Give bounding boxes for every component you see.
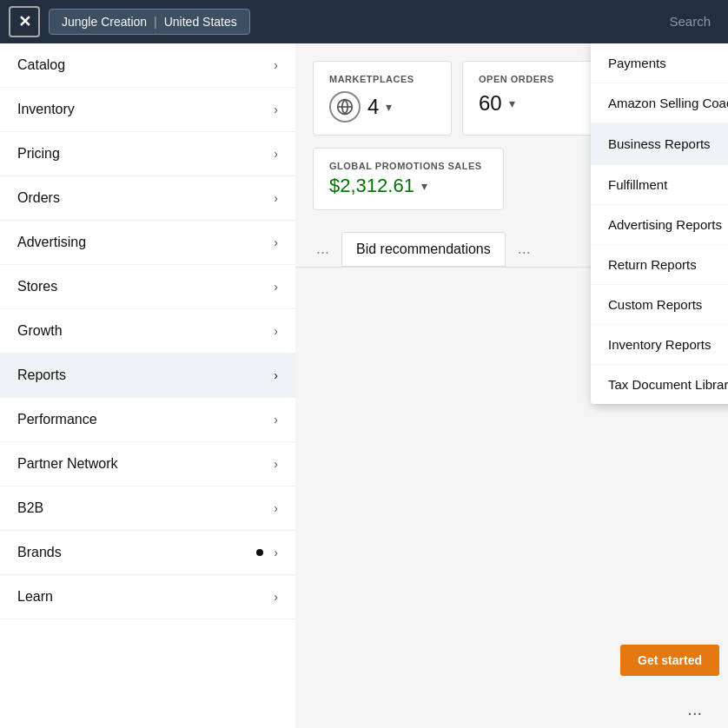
open-orders-label: OPEN ORDERS: [479, 74, 585, 84]
bid-recommendations-tab[interactable]: Bid recommendations: [341, 232, 506, 267]
submenu-item-business-reports[interactable]: Business Reports 🔖: [591, 123, 728, 165]
sidebar: Catalog › Inventory › Pricing › Orders ›…: [0, 43, 295, 728]
submenu-item-inventory-reports[interactable]: Inventory Reports: [591, 325, 728, 365]
sidebar-label-advertising: Advertising: [17, 235, 86, 250]
sidebar-label-orders: Orders: [17, 190, 60, 206]
sidebar-label-inventory: Inventory: [17, 102, 75, 117]
store-selector[interactable]: Jungle Creation | United States: [49, 9, 250, 35]
sidebar-item-orders[interactable]: Orders ›: [0, 176, 295, 221]
open-orders-dropdown[interactable]: ▾: [509, 96, 515, 110]
sidebar-item-stores[interactable]: Stores ›: [0, 265, 295, 309]
business-reports-label: Business Reports: [608, 136, 711, 151]
return-reports-label: Return Reports: [608, 257, 697, 272]
bid-rec-label: Bid recommendations: [356, 242, 491, 256]
sidebar-label-reports: Reports: [17, 367, 66, 383]
sidebar-item-pricing[interactable]: Pricing ›: [0, 132, 295, 176]
sidebar-label-learn: Learn: [17, 589, 53, 605]
sidebar-item-advertising[interactable]: Advertising ›: [0, 221, 295, 265]
global-promotions-dropdown[interactable]: ▾: [421, 179, 427, 193]
global-promotions-widget: GLOBAL PROMOTIONS SALES $2,312.61 ▾: [313, 148, 504, 210]
main-layout: Catalog › Inventory › Pricing › Orders ›…: [0, 43, 728, 728]
sidebar-label-partner-network: Partner Network: [17, 456, 118, 472]
get-started-button[interactable]: Get started: [620, 645, 719, 676]
sidebar-label-growth: Growth: [17, 323, 63, 339]
sidebar-label-stores: Stores: [17, 279, 57, 295]
chevron-right-icon: ›: [274, 546, 278, 559]
chevron-right-icon: ›: [274, 103, 278, 116]
separator: |: [154, 15, 157, 29]
custom-reports-label: Custom Reports: [608, 297, 702, 312]
submenu-item-payments[interactable]: Payments: [591, 43, 728, 83]
chevron-right-icon: ›: [274, 457, 278, 471]
chevron-right-icon: ›: [274, 368, 278, 382]
reports-submenu: Payments Amazon Selling Coach Business R…: [591, 43, 728, 404]
chevron-right-icon: ›: [274, 324, 278, 338]
sidebar-item-catalog[interactable]: Catalog ›: [0, 43, 295, 88]
submenu-item-fulfillment[interactable]: Fulfillment: [591, 165, 728, 205]
sidebar-item-growth[interactable]: Growth ›: [0, 309, 295, 354]
sidebar-item-partner-network[interactable]: Partner Network ›: [0, 442, 295, 486]
sidebar-item-b2b[interactable]: B2B ›: [0, 486, 295, 531]
sidebar-label-pricing: Pricing: [17, 146, 60, 162]
chevron-right-icon: ›: [274, 58, 278, 72]
global-promotions-label: GLOBAL PROMOTIONS SALES: [329, 161, 487, 171]
global-promotions-value: $2,312.61: [329, 175, 414, 197]
advertising-reports-label: Advertising Reports ↗: [608, 217, 728, 232]
close-button[interactable]: ✕: [9, 6, 40, 37]
marketplaces-value: 4: [367, 95, 379, 119]
sidebar-label-brands: Brands: [17, 545, 62, 560]
sidebar-label-catalog: Catalog: [17, 57, 65, 73]
search-placeholder: Search: [669, 14, 711, 29]
tabs-more-left[interactable]: ...: [304, 231, 341, 267]
amazon-selling-coach-label: Amazon Selling Coach: [608, 96, 728, 110]
open-orders-value: 60: [479, 91, 502, 116]
chevron-right-icon: ›: [274, 191, 278, 205]
store-country: United States: [164, 15, 237, 29]
submenu-item-return-reports[interactable]: Return Reports: [591, 245, 728, 285]
submenu-item-advertising-reports[interactable]: Advertising Reports ↗: [591, 205, 728, 245]
submenu-item-custom-reports[interactable]: Custom Reports: [591, 285, 728, 325]
search-area: Search: [259, 14, 719, 30]
submenu-item-amazon-selling-coach[interactable]: Amazon Selling Coach: [591, 83, 728, 123]
chevron-right-icon: ›: [274, 280, 278, 294]
content-area: MARKETPLACES 4 ▾ OPEN ORDERS: [295, 43, 728, 728]
sidebar-item-inventory[interactable]: Inventory ›: [0, 88, 295, 132]
submenu-item-tax-document-library[interactable]: Tax Document Library: [591, 365, 728, 404]
sidebar-item-performance[interactable]: Performance ›: [0, 398, 295, 442]
sidebar-label-performance: Performance: [17, 412, 97, 427]
chevron-right-icon: ›: [274, 590, 278, 604]
globe-icon: [329, 91, 361, 122]
header: ✕ Jungle Creation | United States Search: [0, 0, 728, 43]
marketplaces-widget: MARKETPLACES 4 ▾: [313, 61, 452, 136]
chevron-right-icon: ›: [274, 413, 278, 427]
bottom-more-button[interactable]: ...: [687, 699, 702, 719]
payments-label: Payments: [608, 56, 666, 70]
chevron-right-icon: ›: [274, 147, 278, 161]
open-orders-widget: OPEN ORDERS 60 ▾: [462, 61, 601, 136]
tabs-more-right[interactable]: ...: [506, 231, 543, 267]
notification-dot: [256, 549, 263, 556]
chevron-right-icon: ›: [274, 235, 278, 249]
sidebar-item-reports[interactable]: Reports ›: [0, 354, 295, 398]
fulfillment-label: Fulfillment: [608, 177, 667, 192]
chevron-right-icon: ›: [274, 501, 278, 515]
store-name: Jungle Creation: [62, 15, 147, 29]
sidebar-item-learn[interactable]: Learn ›: [0, 575, 295, 619]
sidebar-item-brands[interactable]: Brands ›: [0, 531, 295, 575]
tax-document-library-label: Tax Document Library: [608, 377, 728, 392]
close-icon: ✕: [18, 12, 31, 31]
marketplaces-dropdown[interactable]: ▾: [386, 100, 392, 114]
sidebar-label-b2b: B2B: [17, 500, 43, 516]
inventory-reports-label: Inventory Reports: [608, 337, 711, 352]
marketplaces-label: MARKETPLACES: [329, 74, 435, 84]
